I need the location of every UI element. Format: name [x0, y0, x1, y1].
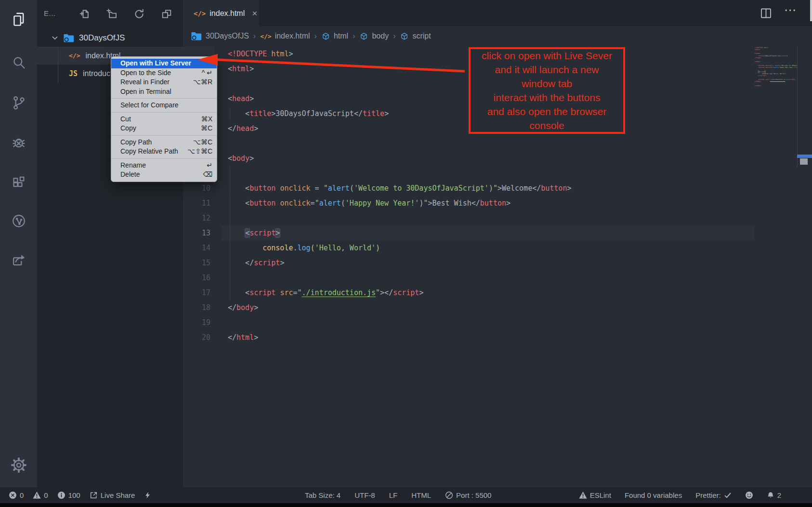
menu-item-copy-relative-path[interactable]: Copy Relative Path⌥⇧⌘C [111, 147, 217, 156]
status-label: Tab Size: 4 [305, 491, 341, 499]
line-number[interactable]: 15 [183, 256, 210, 271]
more-actions-icon[interactable]: ⋯ [784, 3, 797, 17]
status-eslint[interactable]: ESLint [579, 491, 611, 499]
live-share-icon[interactable] [0, 203, 37, 239]
code-line-15[interactable]: </script> [228, 256, 284, 271]
line-number[interactable]: 12 [183, 211, 210, 226]
extensions-icon[interactable] [0, 164, 37, 201]
menu-item-shortcut: ⌥⌘C [193, 138, 212, 147]
menu-item-label: Cut [120, 115, 131, 124]
status-port-5500[interactable]: Port : 5500 [445, 491, 491, 499]
status-tab-size-4[interactable]: Tab Size: 4 [305, 491, 341, 499]
code-line-6[interactable]: </head> [228, 121, 258, 136]
menu-item-copy-path[interactable]: Copy Path⌥⌘C [111, 138, 217, 147]
status-0[interactable]: 0 [33, 491, 48, 499]
status-lf[interactable]: LF [389, 491, 398, 499]
status-2[interactable]: 2 [767, 491, 781, 499]
debug-icon[interactable] [0, 124, 37, 161]
line-number[interactable]: 17 [183, 286, 210, 300]
code-line-20[interactable]: </html> [228, 330, 258, 345]
lightning-icon [144, 492, 151, 499]
explorer-icon[interactable] [0, 1, 37, 38]
status-label: LF [389, 491, 398, 499]
status-prettier[interactable]: Prettier: [695, 491, 732, 499]
code-line-11[interactable]: <button onclick="alert('Happy New Year!'… [228, 196, 511, 211]
menu-item-rename[interactable]: Rename↵ [111, 161, 217, 170]
html-file-icon: </> [260, 33, 271, 40]
breadcrumb-index-html[interactable]: </>index.html [260, 32, 310, 40]
status-smiley-icon[interactable] [745, 491, 753, 499]
line-number[interactable]: 20 [183, 330, 210, 345]
status-label: Prettier: [695, 491, 721, 499]
settings-gear-icon[interactable] [0, 447, 37, 483]
collapse-all-icon[interactable] [160, 8, 173, 20]
menu-item-label: Rename [120, 161, 146, 170]
code-line-4[interactable]: <head> [228, 91, 254, 106]
menu-item-delete[interactable]: Delete⌫ [111, 170, 217, 180]
line-number[interactable]: 19 [183, 315, 210, 330]
status-lightning-icon[interactable] [144, 492, 151, 499]
source-control-icon[interactable] [0, 84, 37, 121]
line-number[interactable]: 16 [183, 271, 210, 286]
code-line-13[interactable]: <script> [228, 226, 280, 241]
status-live-share[interactable]: Live Share [90, 491, 135, 499]
refresh-icon[interactable] [133, 8, 145, 20]
scrollbar-thumb[interactable] [800, 158, 808, 165]
bottom-strip [0, 503, 812, 507]
status-html[interactable]: HTML [411, 491, 431, 499]
code-line-5[interactable]: <title>30DaysOfJavaScript</title> [228, 106, 389, 121]
status-label: 2 [777, 491, 781, 499]
new-file-icon[interactable] [79, 8, 91, 20]
check-icon [724, 492, 732, 499]
menu-item-reveal-in-finder[interactable]: Reveal in Finder⌥⌘R [111, 78, 217, 87]
publish-icon[interactable] [0, 241, 37, 278]
breadcrumb-label: script [412, 32, 431, 40]
split-editor-icon[interactable] [760, 7, 773, 22]
line-number[interactable]: 10 [183, 181, 210, 196]
breadcrumb-body[interactable]: body [359, 32, 389, 41]
breadcrumb-script[interactable]: script [400, 32, 431, 41]
activity-bar [0, 0, 37, 487]
menu-item-open-in-terminal[interactable]: Open in Terminal [111, 87, 217, 97]
close-icon[interactable]: × [252, 8, 257, 19]
breadcrumb-30daysofjs[interactable]: 30DaysOfJS [190, 31, 249, 41]
menu-item-open-to-the-side[interactable]: Open to the Side^ ↵ [111, 68, 217, 78]
status-found-0-variables[interactable]: Found 0 variables [625, 491, 682, 499]
warning-icon [579, 491, 587, 499]
search-icon[interactable] [0, 44, 37, 81]
minimap-line: <button onclick="alert('Happy New Year!'… [755, 66, 797, 68]
status-100[interactable]: 100 [57, 491, 80, 499]
menu-item-copy[interactable]: Copy⌘C [111, 124, 217, 133]
status-label: HTML [411, 491, 431, 499]
folder-icon [63, 33, 75, 43]
code-line-10[interactable]: <button onclick = "alert('Welcome to 30D… [228, 181, 571, 196]
line-number[interactable]: 11 [183, 196, 210, 211]
menu-item-label: Open to the Side [120, 68, 171, 78]
tree-item-30daysofjs[interactable]: 30DaysOfJS [37, 29, 196, 47]
menu-item-open-with-live-server[interactable]: Open with Live Server [111, 59, 217, 68]
code-line-1[interactable]: <!DOCTYPE html> [228, 47, 293, 62]
html-file-icon: </> [194, 10, 206, 17]
menu-item-shortcut: ⌘C [201, 124, 212, 133]
menu-item-label: Copy Path [120, 138, 152, 147]
tab-index-html[interactable]: </> index.html × [183, 0, 259, 26]
code-line-8[interactable]: <body> [228, 151, 254, 166]
menu-item-shortcut: ⌥⌘R [193, 78, 212, 87]
code-line-17[interactable]: <script src="./introduction.js"></script… [228, 286, 423, 300]
explorer-title: E... [44, 9, 56, 17]
new-folder-icon[interactable] [105, 8, 118, 20]
menu-item-cut[interactable]: Cut⌘X [111, 115, 217, 124]
status-utf-8[interactable]: UTF-8 [354, 491, 375, 499]
breadcrumb-html[interactable]: html [321, 32, 348, 41]
line-number[interactable]: 13 [183, 226, 210, 241]
code-line-18[interactable]: </body> [228, 300, 258, 315]
context-menu: Open with Live ServerOpen to the Side^ ↵… [111, 56, 217, 182]
code-line-2[interactable]: <html> [228, 62, 254, 77]
line-number[interactable]: 18 [183, 300, 210, 315]
line-number[interactable]: 14 [183, 241, 210, 256]
minimap[interactable]: <!DOCTYPE html><html><head> <title>30Day… [755, 47, 797, 100]
code-line-14[interactable]: console.log('Hello, World') [228, 241, 380, 256]
menu-item-select-for-compare[interactable]: Select for Compare [111, 101, 217, 110]
status-0[interactable]: 0 [9, 491, 24, 499]
menu-item-shortcut: ⌘X [201, 115, 212, 124]
